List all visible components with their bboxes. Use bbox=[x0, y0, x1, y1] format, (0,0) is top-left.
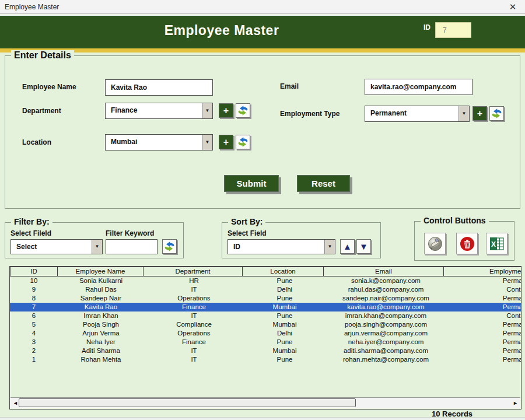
table-cell: Permanent bbox=[446, 320, 522, 329]
chevron-down-icon[interactable]: ▼ bbox=[459, 106, 469, 121]
reset-button[interactable]: Reset bbox=[297, 175, 350, 192]
table-cell: 9 bbox=[10, 285, 58, 294]
column-header[interactable]: Department bbox=[143, 267, 243, 276]
department-combobox[interactable]: Finance ▼ bbox=[105, 103, 213, 119]
sort-ascending-button[interactable]: ▲ bbox=[340, 239, 355, 254]
table-cell: Mumbai bbox=[244, 320, 326, 329]
column-header[interactable]: Location bbox=[242, 267, 324, 276]
column-header[interactable]: Email bbox=[323, 267, 444, 276]
table-row[interactable]: 7Kavita RaoFinanceMumbaikavita.rao@compa… bbox=[10, 303, 521, 312]
column-header[interactable]: Employee Name bbox=[57, 267, 144, 276]
table-cell: imran.khan@company.com bbox=[326, 312, 446, 320]
table-cell: Mumbai bbox=[244, 346, 326, 355]
filter-by-legend: Filter By: bbox=[11, 217, 52, 226]
table-row[interactable]: 1Rohan MehtaITPunerohan.mehta@company.co… bbox=[10, 355, 521, 364]
table-cell: aditi.sharma@company.com bbox=[326, 346, 446, 355]
table-cell: Permanent bbox=[446, 346, 522, 355]
id-field[interactable]: 7 bbox=[435, 22, 471, 38]
table-cell: Permanent bbox=[446, 355, 522, 364]
column-header[interactable]: Employment Type bbox=[443, 267, 522, 276]
filter-field-combobox[interactable]: Select ▼ bbox=[10, 239, 103, 254]
table-cell: Rohan Mehta bbox=[58, 355, 144, 364]
chevron-down-icon[interactable]: ▼ bbox=[202, 135, 212, 150]
sync-arrows-icon bbox=[491, 108, 502, 119]
table-row[interactable]: 4Arjun VermaOperationsDelhiarjun.verma@c… bbox=[10, 329, 521, 338]
sort-by-legend: Sort By: bbox=[228, 217, 265, 226]
table-cell: Contract bbox=[446, 285, 522, 294]
table-cell: Delhi bbox=[244, 329, 326, 338]
refresh-employment-type-button[interactable] bbox=[489, 106, 504, 121]
department-label: Department bbox=[22, 107, 61, 115]
table-row[interactable]: 10Sonia KulkarniHRPunesonia.k@company.co… bbox=[10, 276, 521, 285]
sort-descending-button[interactable]: ▼ bbox=[356, 239, 371, 254]
table-row[interactable]: 2Aditi SharmaITMumbaiaditi.sharma@compan… bbox=[10, 346, 521, 355]
plus-icon: + bbox=[223, 106, 229, 116]
scrollbar-thumb[interactable] bbox=[19, 398, 356, 407]
table-cell: Arjun Verma bbox=[58, 329, 144, 338]
chevron-down-icon[interactable]: ▼ bbox=[92, 240, 102, 254]
refresh-department-button[interactable] bbox=[236, 103, 250, 118]
add-location-button[interactable]: + bbox=[219, 135, 233, 149]
table-row[interactable]: 6Imran KhanITPuneimran.khan@company.comC… bbox=[10, 312, 521, 320]
sort-field-combobox[interactable]: ID ▼ bbox=[228, 239, 335, 254]
accent-strip bbox=[0, 48, 525, 52]
table-row[interactable]: 9Rahul DasITDelhirahul.das@company.comCo… bbox=[10, 285, 521, 294]
chevron-down-icon[interactable]: ▼ bbox=[324, 240, 335, 254]
table-cell: pooja.singh@company.com bbox=[326, 320, 446, 329]
table-cell: Permanent bbox=[446, 338, 522, 346]
form-banner: Employee Master ID 7 bbox=[0, 16, 525, 48]
table-cell: Pune bbox=[244, 276, 326, 285]
pencil-icon bbox=[427, 236, 443, 252]
table-cell: Pune bbox=[244, 294, 326, 303]
table-cell: Sandeep Nair bbox=[58, 294, 144, 303]
chevron-down-icon[interactable]: ▼ bbox=[202, 103, 212, 118]
location-combobox[interactable]: Mumbai ▼ bbox=[105, 134, 213, 150]
edit-record-button[interactable] bbox=[424, 233, 446, 254]
table-cell: Finance bbox=[144, 303, 244, 312]
employment-type-value: Permanent bbox=[370, 109, 407, 117]
department-value: Finance bbox=[111, 106, 137, 114]
window-title: Employee Master bbox=[0, 3, 59, 11]
filter-keyword-input[interactable] bbox=[106, 239, 158, 254]
table-cell: 5 bbox=[10, 320, 58, 329]
table-cell: arjun.verma@company.com bbox=[326, 329, 446, 338]
apply-filter-button[interactable] bbox=[162, 239, 177, 254]
email-label: Email bbox=[280, 82, 299, 90]
table-cell: rohan.mehta@company.com bbox=[326, 355, 446, 364]
column-header[interactable]: ID bbox=[10, 267, 58, 276]
export-excel-button[interactable]: X bbox=[486, 233, 508, 254]
table-cell: 1 bbox=[10, 355, 58, 364]
close-icon[interactable]: ✕ bbox=[506, 1, 519, 13]
enter-details-legend: Enter Details bbox=[11, 50, 74, 61]
table-cell: Aditi Sharma bbox=[58, 346, 144, 355]
table-cell: Sonia Kulkarni bbox=[58, 276, 144, 285]
filter-field-label: Select Fileld bbox=[10, 229, 51, 237]
refresh-location-button[interactable] bbox=[236, 135, 250, 149]
page-title: Employee Master bbox=[0, 23, 443, 38]
table-cell: IT bbox=[144, 285, 244, 294]
table-row[interactable]: 8Sandeep NairOperationsPunesandeep.nair@… bbox=[10, 294, 521, 303]
table-cell: 7 bbox=[10, 303, 58, 312]
employee-table[interactable]: IDEmployee NameDepartmentLocationEmailEm… bbox=[9, 266, 522, 410]
id-cluster: ID 7 bbox=[424, 22, 471, 38]
add-employment-type-button[interactable]: + bbox=[473, 106, 487, 121]
add-department-button[interactable]: + bbox=[219, 103, 233, 118]
table-row[interactable]: 3Neha IyerFinancePuneneha.iyer@company.c… bbox=[10, 338, 521, 346]
table-cell: Pooja Singh bbox=[58, 320, 144, 329]
excel-icon: X bbox=[489, 236, 505, 252]
submit-button[interactable]: Submit bbox=[224, 175, 279, 192]
table-cell: 2 bbox=[10, 346, 58, 355]
delete-record-button[interactable] bbox=[456, 233, 478, 254]
window-bottom-edge bbox=[0, 417, 525, 420]
scroll-right-icon[interactable]: ► bbox=[511, 398, 520, 408]
employee-name-input[interactable]: Kavita Rao bbox=[105, 79, 213, 96]
table-cell: Operations bbox=[144, 294, 244, 303]
table-row[interactable]: 5Pooja SinghComplianceMumbaipooja.singh@… bbox=[10, 320, 521, 329]
employment-type-combobox[interactable]: Permanent ▼ bbox=[365, 106, 470, 122]
table-cell: 10 bbox=[10, 276, 58, 285]
email-input[interactable]: kavita.rao@company.com bbox=[365, 79, 473, 95]
table-cell: HR bbox=[144, 276, 244, 285]
id-label: ID bbox=[424, 23, 430, 32]
horizontal-scrollbar[interactable]: ◄ ► bbox=[10, 397, 520, 408]
table-cell: 4 bbox=[10, 329, 58, 338]
